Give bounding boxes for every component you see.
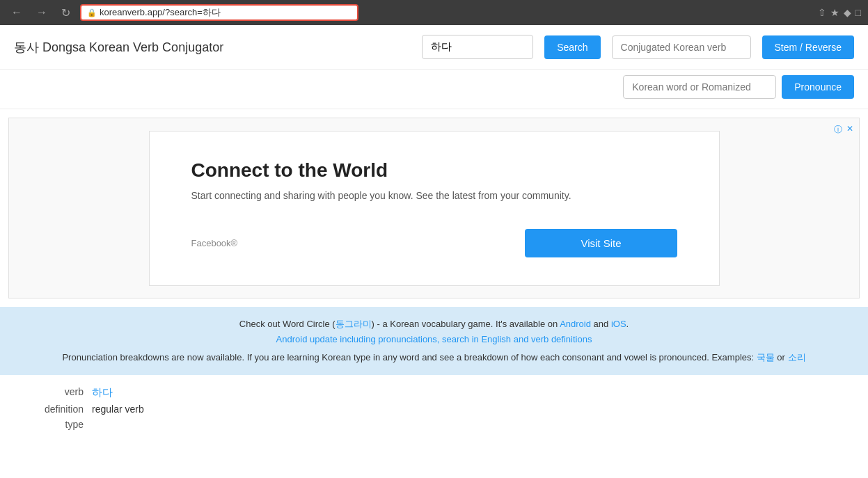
site-title: 동사 Dongsa Korean Verb Conjugator: [14, 39, 223, 56]
pronounce-button[interactable]: Pronounce: [782, 75, 854, 99]
ad-brand: Facebook®: [191, 238, 238, 248]
and-text: and: [591, 319, 611, 329]
ad-subtitle: Start connecting and sharing with people…: [191, 190, 677, 201]
bookmark-icon[interactable]: ★: [830, 7, 839, 18]
pronunciation-line: Pronunciation breakdowns are now availab…: [14, 350, 854, 365]
stem-reverse-button[interactable]: Stem / Reverse: [762, 35, 854, 59]
type-row: type: [14, 419, 854, 430]
ad-controls: ⓘ ✕: [834, 124, 853, 136]
ad-title: Connect to the World: [191, 159, 677, 182]
header: 동사 Dongsa Korean Verb Conjugator Search …: [0, 25, 868, 70]
pronunciation-pre: Pronunciation breakdowns are now availab…: [62, 352, 756, 363]
type-label: type: [14, 419, 84, 430]
browser-actions: ⇧ ★ ◆ □: [818, 7, 861, 18]
verb-row: verb 하다: [14, 386, 854, 399]
word-circle-mid: ) - a Korean vocabulary game. It's avail…: [372, 319, 560, 329]
example2-link[interactable]: 소리: [788, 352, 806, 363]
example1-link[interactable]: 국물: [757, 352, 775, 363]
ad-info-icon[interactable]: ⓘ: [834, 124, 842, 136]
info-line1: Check out Word Circle (동그라미) - a Korean …: [14, 317, 854, 332]
ad-container: ⓘ ✕ Connect to the World Start connectin…: [8, 118, 860, 298]
ad-close-icon[interactable]: ✕: [846, 124, 853, 136]
pronounce-input[interactable]: [623, 75, 776, 99]
search-input[interactable]: [422, 35, 533, 59]
ad-footer: Facebook® Visit Site: [191, 229, 677, 257]
ad-inner: Connect to the World Start connecting an…: [149, 131, 720, 286]
definition-row: definition regular verb: [14, 404, 854, 415]
back-button[interactable]: ←: [7, 5, 26, 20]
definition-value: regular verb: [92, 404, 144, 415]
info-banner: Check out Word Circle (동그라미) - a Korean …: [0, 307, 868, 375]
refresh-button[interactable]: ↻: [57, 5, 74, 21]
header-row2: Pronounce: [0, 70, 868, 109]
extensions-icon[interactable]: ◆: [844, 7, 851, 18]
ios-link[interactable]: iOS: [611, 319, 626, 329]
browser-chrome: ← → ↻ 🔒 koreanverb.app/?search=하다 ⇧ ★ ◆ …: [0, 0, 868, 25]
example-mid: or: [775, 352, 788, 363]
share-icon[interactable]: ⇧: [818, 7, 826, 18]
stem-reverse-input[interactable]: [612, 35, 751, 59]
verb-value: 하다: [92, 386, 113, 399]
page-content: 동사 Dongsa Korean Verb Conjugator Search …: [0, 25, 868, 478]
android-update-link[interactable]: Android update including pronunciations,…: [14, 332, 854, 347]
verb-info: verb 하다 definition regular verb type: [0, 375, 868, 445]
lock-icon: 🔒: [87, 8, 97, 17]
forward-button[interactable]: →: [32, 5, 52, 20]
line1-end: .: [626, 319, 629, 329]
split-view-icon[interactable]: □: [855, 7, 861, 18]
address-bar[interactable]: 🔒 koreanverb.app/?search=하다: [80, 4, 358, 21]
android-link[interactable]: Android: [560, 319, 591, 329]
verb-label: verb: [14, 386, 84, 399]
visit-site-button[interactable]: Visit Site: [525, 229, 677, 257]
search-button[interactable]: Search: [544, 35, 600, 59]
word-circle-pre: Check out Word Circle (: [239, 319, 336, 329]
url-text: koreanverb.app/?search=하다: [100, 6, 221, 19]
definition-label: definition: [14, 404, 84, 415]
word-circle-korean-link[interactable]: 동그라미: [336, 319, 372, 329]
